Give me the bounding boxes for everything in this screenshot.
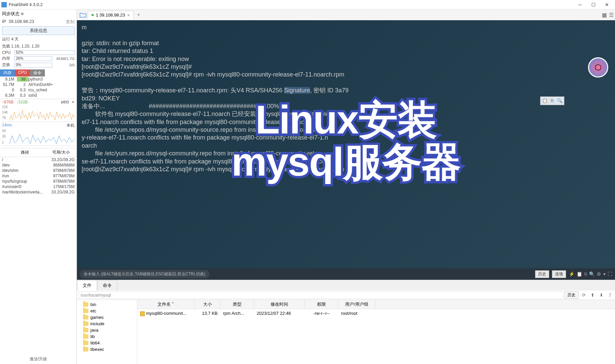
folder-icon xyxy=(83,302,88,307)
col-owner[interactable]: 用户/用户组 xyxy=(338,300,375,309)
expand-icon[interactable]: ▾ xyxy=(603,271,606,277)
copy-ip-button[interactable]: 复制 xyxy=(66,19,75,25)
close-button[interactable]: ✕ xyxy=(600,0,614,9)
system-info-button[interactable]: 系统信息 xyxy=(2,26,75,35)
mem-detail: 453M/1.7G xyxy=(54,57,75,61)
file-tab-cmd[interactable]: 命令 xyxy=(97,280,117,291)
upload-icon[interactable]: ⬆ xyxy=(589,292,596,299)
disk-row[interactable]: /run/user/0175M/175M xyxy=(0,184,77,189)
net-download: ↓310B xyxy=(16,100,28,104)
directory-tree[interactable]: binetcgamesincludejavaliblib64libexec xyxy=(77,300,137,364)
folder-icon xyxy=(83,341,88,345)
col-mtime[interactable]: 修改时间 xyxy=(254,300,305,309)
clipboard-icon[interactable]: 📋 xyxy=(577,271,582,277)
folder-icon xyxy=(83,347,88,352)
minimize-button[interactable]: ─ xyxy=(573,0,587,9)
disk-row[interactable]: /var/lib/docker/overla...33.2G/39.2G xyxy=(0,189,77,195)
path-input[interactable]: /usr/local/mysql xyxy=(78,291,563,299)
process-row[interactable]: 6.3M0.3sshd xyxy=(0,93,77,98)
folder-icon xyxy=(83,328,88,332)
tab-label: 1 39.108.98.23 xyxy=(96,12,125,18)
sync-status-dot xyxy=(21,12,24,15)
net-interface[interactable]: eth0 xyxy=(61,100,69,104)
download-icon[interactable]: ⬇ xyxy=(597,292,605,299)
tree-folder-item[interactable]: bin xyxy=(77,301,137,308)
terminal-context-toolbar: 📋 ⎘ 🔍 xyxy=(540,96,564,105)
tree-folder-item[interactable]: lib64 xyxy=(77,340,137,346)
cpu-bar: 52% xyxy=(14,50,75,55)
search-icon[interactable]: 🔍 xyxy=(589,271,595,277)
col-size[interactable]: 大小 xyxy=(195,300,220,309)
tab-close-icon[interactable]: × xyxy=(127,12,130,18)
disk-hdr-path: 路径 xyxy=(2,150,48,155)
options-button[interactable]: 选项 xyxy=(552,270,566,278)
col-filename[interactable]: 文件名 ˄ xyxy=(137,300,195,309)
fullscreen-icon[interactable]: ⛶ xyxy=(608,271,612,277)
disk-row[interactable]: /dev868M/868M xyxy=(0,162,77,168)
file-row[interactable]: mysql80-communit...13.7 KBrpm Arch...202… xyxy=(137,309,615,318)
folder-icon xyxy=(83,334,88,339)
proc-tab-cpu[interactable]: CPU xyxy=(15,69,30,77)
load-text: 负载 1.16, 1.20, 1.20 xyxy=(0,43,77,50)
export-icon[interactable]: ⤴ xyxy=(606,292,614,299)
maximize-button[interactable]: ☐ xyxy=(587,0,600,9)
connection-tab[interactable]: 1 39.108.98.23 × xyxy=(88,11,134,19)
process-row[interactable]: 51.7M2AliYunDunM+ xyxy=(0,82,77,87)
rpm-file-icon xyxy=(140,311,145,316)
net-chart: 21K 14K 7K xyxy=(2,105,75,122)
tree-folder-item[interactable]: games xyxy=(77,314,137,321)
disk-row[interactable]: /33.2G/39.2G xyxy=(0,157,77,162)
process-row[interactable]: 9.1M99python3 xyxy=(0,77,77,82)
split-view-icon[interactable]: ☰ xyxy=(609,12,614,18)
new-tab-button[interactable]: + xyxy=(134,10,143,19)
col-perm[interactable]: 权限 xyxy=(305,300,338,309)
ip-display: IP 39.108.98.23 xyxy=(2,19,34,25)
cpu-label: CPU xyxy=(2,50,12,55)
activate-button[interactable]: 激活/升级 xyxy=(0,354,77,364)
swap-bar: 0% xyxy=(14,63,52,67)
search-icon[interactable]: 🔍 xyxy=(556,98,563,104)
disk-row[interactable]: /dev/shm878M/878M xyxy=(0,168,77,173)
command-input-hint[interactable]: 命令输入 (按ALT键提示历史,TAB键路径,ESC键返回,双击CTRL切换) xyxy=(80,270,209,278)
col-type[interactable]: 类型 xyxy=(220,300,254,309)
latency-chart: 59 30 1 xyxy=(2,129,75,146)
tree-folder-item[interactable]: java xyxy=(77,327,137,333)
swap-label: 交换 xyxy=(2,62,12,68)
gear-icon[interactable]: ⚙ xyxy=(597,271,601,277)
sync-status-label: 同步状态 xyxy=(2,11,20,17)
history-button[interactable]: 历史 xyxy=(535,270,549,278)
chevron-down-icon[interactable]: ▼ xyxy=(72,100,75,104)
open-folder-icon[interactable] xyxy=(78,11,88,19)
disk-row[interactable]: /sys/fs/cgroup878M/878M xyxy=(0,179,77,184)
status-dot-icon xyxy=(91,14,94,16)
proc-tab-cmd[interactable]: 命令 xyxy=(30,69,45,77)
uptime-text: 运行 4 天 xyxy=(0,36,77,43)
process-row[interactable]: 00.3rcu_sched xyxy=(0,87,77,93)
path-history-button[interactable]: 历史 xyxy=(564,291,579,299)
folder-icon xyxy=(83,315,88,320)
grid-view-icon[interactable]: ▦ xyxy=(602,12,607,18)
copy-icon[interactable]: ⎘ xyxy=(584,271,587,277)
net-upload: ↑876B xyxy=(2,100,13,104)
mem-label: 内存 xyxy=(2,56,12,61)
folder-icon xyxy=(83,322,88,326)
disk-row[interactable]: /run877M/878M xyxy=(0,173,77,179)
mem-bar: 26% xyxy=(14,56,52,61)
latency-value: 14ms xyxy=(2,123,12,128)
terminal-output[interactable]: m gzip: stdin: not in gzip formattar: Ch… xyxy=(77,20,615,268)
swap-detail: 0/0 xyxy=(54,63,75,67)
brand-badge-icon xyxy=(588,57,608,78)
tree-folder-item[interactable]: include xyxy=(77,321,137,327)
copy-icon[interactable]: ⎘ xyxy=(549,98,556,104)
app-title: FinalShell 4.3.0.2 xyxy=(9,2,573,7)
tree-folder-item[interactable]: etc xyxy=(77,308,137,314)
file-tab-files[interactable]: 文件 xyxy=(77,280,97,291)
tree-folder-item[interactable]: libexec xyxy=(77,346,137,353)
latency-host[interactable]: 本机 xyxy=(66,123,75,128)
bolt-icon[interactable]: ⚡ xyxy=(569,271,575,277)
tree-folder-item[interactable]: lib xyxy=(77,333,137,340)
app-icon xyxy=(1,2,7,7)
paste-icon[interactable]: 📋 xyxy=(541,98,548,104)
proc-tab-mem[interactable]: 内存 xyxy=(0,69,15,77)
refresh-icon[interactable]: ⟳ xyxy=(580,292,587,299)
